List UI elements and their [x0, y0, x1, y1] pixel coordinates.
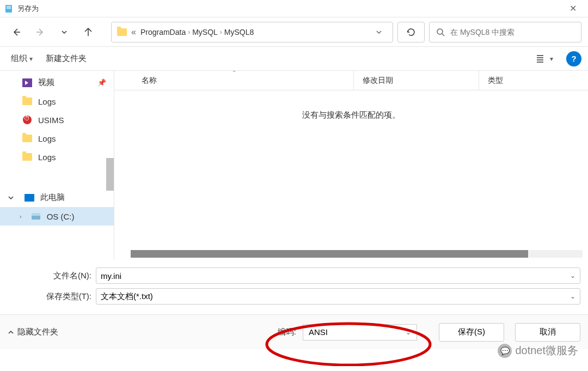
help-button[interactable]: ? [566, 51, 581, 66]
sidebar-item-logs[interactable]: Logs [0, 148, 114, 166]
folder-icon [117, 28, 127, 36]
search-input[interactable] [450, 28, 574, 37]
usims-icon [22, 115, 33, 125]
save-type-select[interactable]: 文本文档(*.txt) ⌄ [96, 288, 580, 305]
scrollbar-thumb[interactable] [106, 158, 114, 191]
horizontal-scrollbar[interactable] [131, 250, 583, 258]
svg-point-4 [437, 29, 443, 34]
chevron-down-icon[interactable] [8, 194, 14, 201]
sidebar-item-logs[interactable]: Logs [0, 129, 114, 148]
column-header-type[interactable]: 类型 [479, 71, 588, 90]
sidebar-item-this-pc[interactable]: 此电脑 [0, 188, 114, 207]
sort-indicator-icon: ⌃ [232, 70, 236, 76]
sidebar-item-usims[interactable]: USIMS [0, 111, 114, 129]
app-icon [4, 4, 13, 13]
chevron-right-icon: › [220, 28, 222, 36]
svg-rect-5 [32, 215, 40, 220]
pin-icon: 📌 [97, 78, 106, 87]
refresh-button[interactable] [397, 22, 425, 42]
folder-icon [22, 96, 33, 106]
window-title: 另存为 [17, 4, 562, 14]
file-list: ⌃ 名称 修改日期 类型 没有与搜索条件匹配的项。 [114, 71, 588, 260]
breadcrumb-item[interactable]: ProgramData [140, 28, 186, 37]
chevron-down-icon: ▾ [550, 55, 553, 63]
column-header-name[interactable]: ⌃ 名称 [114, 71, 354, 90]
forward-button[interactable] [30, 22, 50, 42]
organize-button[interactable]: 组织 ▾ [7, 51, 37, 66]
pc-icon [24, 193, 35, 203]
video-icon [22, 78, 33, 88]
sidebar: 视频 📌 Logs USIMS Logs Logs 此电脑 › OS (C [0, 71, 114, 260]
chevron-up-icon [8, 329, 14, 336]
chevron-right-icon[interactable]: › [20, 213, 22, 220]
svg-rect-3 [7, 8, 11, 9]
filename-input[interactable]: my.ini ⌄ [96, 267, 580, 284]
back-button[interactable] [7, 22, 26, 42]
svg-rect-6 [32, 213, 40, 216]
chevron-down-icon[interactable]: ⌄ [570, 293, 575, 300]
scrollbar-thumb[interactable] [131, 250, 528, 258]
breadcrumb-ellipsis[interactable]: « [131, 27, 136, 37]
close-button[interactable]: ✕ [562, 0, 584, 17]
folder-icon [22, 152, 33, 162]
empty-message: 没有与搜索条件匹配的项。 [114, 90, 588, 140]
address-dropdown[interactable] [371, 29, 387, 35]
search-box[interactable] [429, 22, 581, 42]
folder-icon [22, 133, 33, 143]
sidebar-item-videos[interactable]: 视频 📌 [0, 73, 114, 92]
sidebar-item-logs[interactable]: Logs [0, 92, 114, 111]
up-button[interactable] [78, 22, 98, 42]
svg-rect-1 [7, 6, 11, 7]
chevron-down-icon[interactable]: ⌄ [570, 272, 575, 279]
search-icon [436, 28, 445, 37]
breadcrumb-item[interactable]: MySQL [192, 28, 218, 37]
new-folder-button[interactable]: 新建文件夹 [41, 51, 91, 66]
chevron-down-icon: ▾ [29, 55, 33, 63]
save-button[interactable]: 保存(S) [439, 323, 504, 342]
breadcrumb-item[interactable]: MySQL8 [224, 28, 254, 37]
hide-folders-button[interactable]: 隐藏文件夹 [8, 327, 58, 337]
view-options-button[interactable]: ▾ [534, 50, 555, 68]
encoding-select[interactable]: ANSI ⌄ [303, 324, 417, 340]
chevron-down-icon[interactable]: ⌄ [406, 329, 411, 336]
breadcrumb: ProgramData › MySQL › MySQL8 [140, 28, 366, 37]
encoding-label: 编码: [278, 327, 296, 337]
recent-dropdown[interactable] [54, 22, 74, 42]
filename-label: 文件名(N): [8, 271, 96, 281]
drive-icon [30, 211, 41, 221]
sidebar-item-os-drive[interactable]: › OS (C:) [0, 207, 114, 226]
cancel-button[interactable]: 取消 [515, 323, 580, 342]
column-header-date[interactable]: 修改日期 [354, 71, 479, 90]
save-type-label: 保存类型(T): [8, 291, 96, 302]
address-bar[interactable]: « ProgramData › MySQL › MySQL8 [111, 22, 393, 42]
chevron-right-icon: › [188, 28, 190, 36]
svg-rect-2 [7, 7, 11, 8]
